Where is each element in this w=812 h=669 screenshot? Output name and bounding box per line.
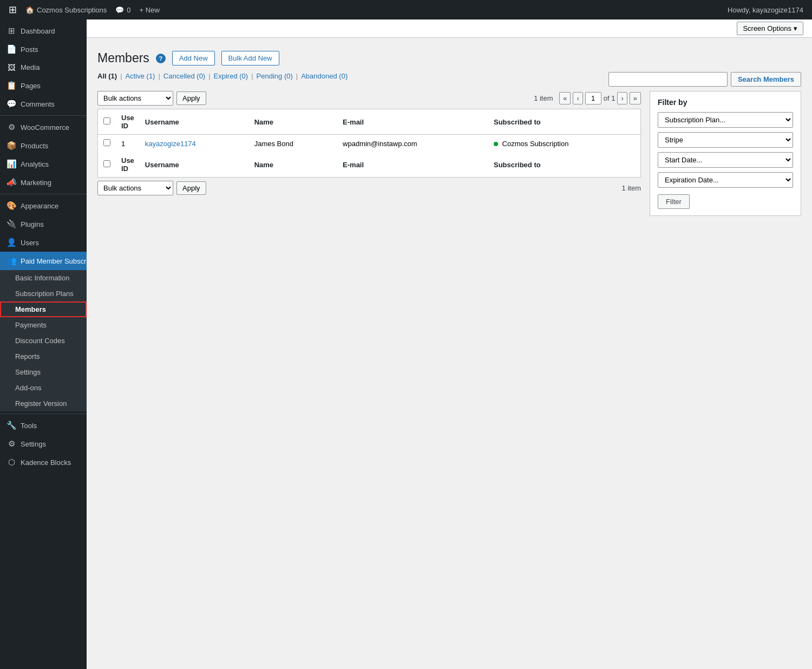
row-checkbox[interactable] [103, 139, 110, 146]
sidebar-item-posts[interactable]: 📄 Posts [0, 40, 87, 58]
next-page-button[interactable]: › [617, 92, 627, 104]
register-version-label: Register Version [15, 399, 67, 408]
basic-info-label: Basic Information [15, 274, 69, 282]
sidebar-item-pages[interactable]: 📋 Pages [0, 76, 87, 95]
sidebar-item-paid-member[interactable]: 👥 Paid Member Subscriptions [0, 252, 87, 270]
comments-item[interactable]: 💬 0 [111, 0, 135, 19]
prev-page-button[interactable]: ‹ [573, 92, 582, 104]
sidebar-sub-register-version[interactable]: Register Version [0, 396, 87, 411]
bulk-add-new-button[interactable]: Bulk Add New [221, 51, 279, 65]
select-all-checkbox-top[interactable] [103, 117, 110, 124]
sidebar-item-woocommerce[interactable]: ⚙ WooCommerce [0, 118, 87, 136]
filter-active[interactable]: Active (1) [126, 72, 155, 80]
first-page-button[interactable]: « [559, 92, 571, 104]
filter-expired[interactable]: Expired (0) [214, 72, 248, 80]
sidebar-sub-settings[interactable]: Settings [0, 364, 87, 380]
filter-pending[interactable]: Pending (0) [257, 72, 293, 80]
members-table: Use ID Username Name E-mai [97, 109, 641, 178]
apply-bottom-button[interactable]: Apply [176, 181, 206, 195]
comments-nav-icon: 💬 [6, 99, 16, 109]
sidebar-item-marketing[interactable]: 📣 Marketing [0, 173, 87, 192]
add-new-button[interactable]: Add New [172, 51, 215, 65]
sidebar-sub-add-ons[interactable]: Add-ons [0, 380, 87, 396]
col-name-footer: Name [249, 152, 337, 178]
sidebar-sub-discount-codes[interactable]: Discount Codes [0, 333, 87, 349]
filter-box: Filter by Subscription Plan... Stripe St… [650, 91, 801, 216]
col-username-footer: Username [140, 152, 249, 178]
marketing-icon: 📣 [6, 178, 16, 187]
apply-top-button[interactable]: Apply [176, 91, 206, 105]
sidebar-sub-subscription-plans[interactable]: Subscription Plans [0, 286, 87, 301]
bulk-actions-top: Bulk actions Apply [97, 91, 206, 106]
table-row: 1 kayazogize1174 James Bond wpadmin@inst… [98, 135, 641, 153]
sidebar-label-settings: Settings [21, 440, 46, 448]
comments-count: 0 [127, 6, 130, 14]
row-username-cell: kayazogize1174 [140, 135, 249, 153]
sidebar-item-users[interactable]: 👤 Users [0, 233, 87, 252]
search-members-button[interactable]: Search Members [731, 72, 801, 87]
site-name-item[interactable]: 🏠 Cozmos Subscriptions [21, 0, 111, 19]
select-all-checkbox-bottom[interactable] [103, 160, 110, 167]
content-area: Bulk actions Apply 1 item « ‹ of 1 › [97, 91, 801, 216]
sidebar-item-analytics[interactable]: 📊 Analytics [0, 155, 87, 173]
reports-label: Reports [15, 352, 40, 360]
col-check-bottom [98, 152, 116, 178]
table-area: Bulk actions Apply 1 item « ‹ of 1 › [97, 91, 641, 216]
search-area: Search Members [608, 72, 801, 87]
filter-links: All (1) | Active (1) | Cancelled (0) | E… [97, 72, 348, 80]
row-email: wpadmin@instawp.com [343, 140, 417, 148]
sidebar-sub-reports[interactable]: Reports [0, 349, 87, 364]
sidebar-item-products[interactable]: 📦 Products [0, 136, 87, 155]
screen-options-button[interactable]: Screen Options ▾ [737, 22, 803, 35]
stripe-select[interactable]: Stripe [658, 132, 793, 148]
sidebar-sub-basic-info[interactable]: Basic Information [0, 270, 87, 286]
filter-all[interactable]: All (1) [97, 72, 117, 80]
bulk-actions-top-select[interactable]: Bulk actions [97, 91, 173, 106]
add-ons-label: Add-ons [15, 384, 41, 392]
sidebar-item-settings[interactable]: ⚙ Settings [0, 435, 87, 453]
sidebar-item-dashboard[interactable]: ⊞ Dashboard [0, 22, 87, 40]
filter-button[interactable]: Filter [658, 194, 690, 209]
tools-icon: 🔧 [6, 421, 16, 430]
new-label: + New [140, 6, 160, 14]
sidebar-item-appearance[interactable]: 🎨 Appearance [0, 196, 87, 215]
screen-options-label: Screen Options [743, 24, 791, 32]
appearance-icon: 🎨 [6, 201, 16, 211]
col-username-header[interactable]: Username [140, 109, 249, 135]
screen-options-arrow: ▾ [794, 24, 797, 32]
expiration-date-select[interactable]: Expiration Date... [658, 172, 793, 188]
sidebar-label-plugins: Plugins [21, 220, 44, 228]
sidebar-item-kadence[interactable]: ⬡ Kadence Blocks [0, 453, 87, 471]
item-count-bottom-area: 1 item [622, 184, 641, 192]
settings-icon: ⚙ [6, 439, 16, 449]
subscription-plan-select[interactable]: Subscription Plan... [658, 112, 793, 128]
sidebar-main-menu: ⊞ Dashboard 📄 Posts 🖼 Media 📋 Pages 💬 Co… [0, 19, 87, 474]
sidebar-item-plugins[interactable]: 🔌 Plugins [0, 215, 87, 233]
filter-title: Filter by [658, 98, 793, 107]
table-header-row: Use ID Username Name E-mai [98, 109, 641, 135]
sidebar-item-comments[interactable]: 💬 Comments [0, 95, 87, 113]
new-item[interactable]: + New [135, 0, 164, 19]
row-subscribed: Cozmos Subscription [502, 140, 569, 148]
sidebar-sub-members[interactable]: Members [0, 301, 87, 317]
sidebar-label-kadence: Kadence Blocks [21, 458, 71, 467]
search-input[interactable] [608, 72, 728, 87]
help-icon[interactable]: ? [156, 54, 166, 63]
members-sub-label: Members [15, 305, 46, 313]
sidebar-item-media[interactable]: 🖼 Media [0, 58, 87, 76]
page-header: Members ? Add New Bulk Add New [97, 51, 801, 65]
row-id: 1 [121, 140, 125, 148]
start-date-select[interactable]: Start Date... [658, 152, 793, 168]
sidebar-label-pages: Pages [21, 82, 41, 90]
sidebar-item-tools[interactable]: 🔧 Tools [0, 416, 87, 435]
filter-abandoned[interactable]: Abandoned (0) [301, 72, 348, 80]
status-dot [494, 142, 498, 146]
last-page-button[interactable]: » [630, 92, 641, 104]
row-username-link[interactable]: kayazogize1174 [145, 140, 196, 148]
bulk-actions-bottom-select[interactable]: Bulk actions [97, 181, 173, 195]
paid-member-icon: 👥 [6, 256, 16, 266]
wp-logo-item[interactable]: ⊞ [4, 0, 21, 19]
filter-cancelled[interactable]: Cancelled (0) [163, 72, 205, 80]
page-number-input[interactable] [585, 92, 601, 104]
sidebar-sub-payments[interactable]: Payments [0, 317, 87, 333]
